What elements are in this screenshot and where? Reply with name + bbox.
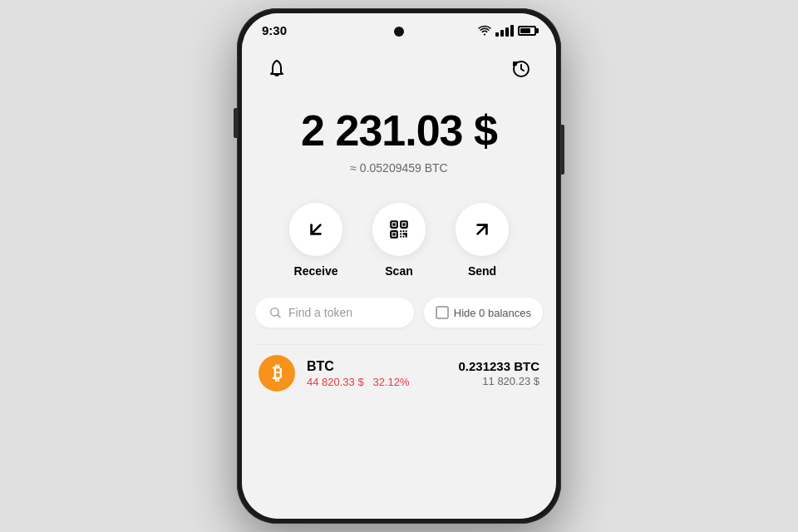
svg-rect-6	[392, 234, 395, 236]
history-button[interactable]	[506, 54, 536, 84]
clock-rotate-icon	[511, 59, 531, 79]
balance-section: 2 231.03 $ ≈ 0.05209459 BTC	[242, 91, 556, 183]
status-icons	[478, 25, 536, 37]
scan-circle	[372, 203, 426, 256]
hide-balance-button[interactable]: Hide 0 balances	[424, 298, 543, 328]
send-circle	[456, 203, 509, 256]
status-time: 9:30	[262, 23, 287, 37]
qr-code-icon	[388, 219, 410, 240]
search-section: Find a token Hide 0 balances	[242, 291, 556, 337]
send-action[interactable]: Send	[456, 203, 509, 278]
app-content: 2 231.03 $ ≈ 0.05209459 BTC Receive	[242, 44, 556, 519]
notification-button[interactable]	[262, 54, 292, 84]
search-box[interactable]: Find a token	[255, 298, 414, 328]
action-buttons: Receive	[242, 183, 556, 291]
phone-screen: 9:30	[242, 13, 556, 519]
token-amount-btc: 0.231233 BTC	[458, 359, 539, 373]
receive-label: Receive	[294, 264, 338, 278]
receive-action[interactable]: Receive	[289, 203, 342, 278]
phone-frame: 9:30	[237, 8, 561, 524]
token-name-btc: BTC	[307, 359, 446, 374]
token-change-btc: 44 820.33 $ 32.12%	[307, 376, 446, 388]
search-placeholder: Find a token	[288, 306, 352, 319]
send-label: Send	[468, 264, 496, 278]
wifi-icon	[478, 25, 491, 36]
battery-icon	[518, 26, 536, 36]
btc-icon: ₿	[259, 355, 295, 392]
arrow-down-left-icon	[305, 219, 327, 240]
hide-balance-checkbox	[436, 306, 449, 319]
camera-hole	[394, 27, 404, 37]
scan-action[interactable]: Scan	[372, 203, 426, 278]
search-icon	[268, 306, 282, 319]
token-balance-btc: 0.231233 BTC 11 820.23 $	[458, 359, 539, 387]
receive-circle	[289, 203, 342, 256]
balance-btc: ≈ 0.05209459 BTC	[350, 161, 447, 175]
token-value-btc: 11 820.23 $	[458, 375, 539, 387]
token-item-btc[interactable]: ₿ BTC 44 820.33 $ 32.12% 0.231233 BTC 11…	[255, 344, 543, 401]
arrow-up-right-icon	[471, 219, 493, 240]
signal-icon	[495, 25, 514, 37]
top-bar	[242, 44, 556, 91]
hide-balance-label: Hide 0 balances	[454, 307, 531, 319]
bell-icon	[267, 59, 287, 79]
svg-rect-5	[402, 224, 405, 226]
balance-amount: 2 231.03 $	[301, 107, 497, 155]
scan-label: Scan	[385, 264, 412, 278]
token-info-btc: BTC 44 820.33 $ 32.12%	[307, 359, 446, 388]
svg-rect-4	[392, 224, 395, 226]
token-list: ₿ BTC 44 820.33 $ 32.12% 0.231233 BTC 11…	[242, 337, 556, 519]
